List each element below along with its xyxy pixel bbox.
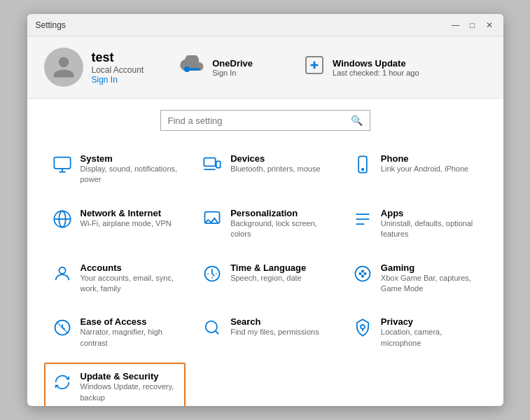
maximize-button[interactable]: □ — [467, 20, 478, 31]
devices-icon — [201, 153, 223, 176]
minimize-button[interactable]: — — [450, 20, 461, 31]
ease-sub: Narrator, magnifier, high contrast — [81, 327, 179, 349]
network-sub: Wi-Fi, airplane mode, VPN — [81, 218, 172, 229]
personalization-sub: Background, lock screen, colors — [230, 218, 329, 240]
svg-rect-4 — [216, 161, 221, 167]
personalization-title: Personalization — [230, 208, 329, 218]
phone-icon — [351, 153, 374, 176]
svg-point-18 — [206, 321, 217, 332]
accounts-text: Accounts Your accounts, email, sync, wor… — [81, 262, 179, 295]
network-text: Network & Internet Wi-Fi, airplane mode,… — [81, 208, 172, 229]
search-title: Search — [230, 316, 319, 327]
update-text: Update & Security Windows Update, recove… — [81, 371, 179, 403]
onedrive-item[interactable]: OneDrive Sign In — [166, 55, 267, 80]
gaming-sub: Xbox Game Bar, captures, Game Mode — [381, 273, 480, 295]
accounts-title: Accounts — [81, 262, 179, 273]
personalization-icon — [201, 208, 223, 230]
window-controls: — □ ✕ — [450, 20, 495, 31]
close-button[interactable]: ✕ — [484, 20, 495, 31]
apps-icon — [351, 208, 374, 230]
search-bar[interactable]: 🔍 — [160, 110, 370, 131]
system-icon — [51, 153, 74, 176]
svg-point-12 — [355, 266, 370, 281]
ease-icon — [51, 316, 74, 339]
onedrive-sub: Sign In — [212, 69, 253, 77]
sign-in-link[interactable]: Sign In — [92, 75, 144, 85]
devices-text: Devices Bluetooth, printers, mouse — [230, 153, 320, 174]
account-type: Local Account — [92, 65, 144, 75]
ease-text: Ease of Access Narrator, magnifier, high… — [81, 316, 179, 349]
settings-grid: System Display, sound, notifications, po… — [44, 145, 487, 406]
privacy-text: Privacy Location, camera, microphone — [381, 316, 480, 349]
header-section: test Local Account Sign In OneDrive Sign… — [27, 36, 503, 99]
time-text: Time & Language Speech, region, date — [230, 262, 306, 284]
windows-update-icon — [303, 54, 326, 81]
accounts-icon — [51, 262, 74, 285]
settings-item-system[interactable]: System Display, sound, notifications, po… — [44, 145, 186, 194]
settings-item-privacy[interactable]: Privacy Location, camera, microphone — [344, 308, 487, 357]
update-info: Windows Update Last checked: 1 hour ago — [333, 58, 419, 77]
main-content: 🔍 System Display, sound, notifications, … — [27, 99, 503, 406]
update-icon — [51, 371, 74, 393]
phone-text: Phone Link your Android, iPhone — [381, 153, 468, 174]
search-sub: Find my files, permissions — [230, 327, 319, 337]
settings-window: Settings — □ ✕ test Local Account Sign I… — [27, 14, 503, 406]
window-title: Settings — [36, 20, 450, 30]
settings-item-apps[interactable]: Apps Uninstall, defaults, optional featu… — [344, 200, 487, 248]
windows-update-item[interactable]: Windows Update Last checked: 1 hour ago — [289, 54, 433, 81]
svg-rect-3 — [204, 158, 215, 167]
title-bar: Settings — □ ✕ — [27, 14, 503, 36]
gaming-text: Gaming Xbox Game Bar, captures, Game Mod… — [381, 262, 480, 295]
svg-point-10 — [59, 267, 65, 273]
settings-item-accounts[interactable]: Accounts Your accounts, email, sync, wor… — [44, 254, 186, 303]
settings-item-personalization[interactable]: Personalization Background, lock screen,… — [194, 200, 336, 248]
svg-point-19 — [361, 325, 365, 329]
ease-title: Ease of Access — [81, 316, 179, 327]
gaming-icon — [351, 262, 374, 285]
apps-sub: Uninstall, defaults, optional features — [381, 218, 480, 240]
system-sub: Display, sound, notifications, power — [81, 164, 179, 186]
settings-item-phone[interactable]: Phone Link your Android, iPhone — [344, 145, 487, 194]
system-text: System Display, sound, notifications, po… — [81, 153, 179, 186]
avatar — [44, 48, 83, 87]
privacy-title: Privacy — [381, 316, 480, 327]
settings-item-devices[interactable]: Devices Bluetooth, printers, mouse — [194, 145, 336, 194]
privacy-sub: Location, camera, microphone — [381, 327, 480, 349]
svg-point-6 — [362, 169, 363, 170]
update-title: Update & Security — [81, 371, 179, 382]
user-profile: test Local Account Sign In — [44, 48, 144, 87]
apps-title: Apps — [381, 208, 480, 218]
user-avatar-icon — [51, 55, 76, 80]
privacy-icon — [351, 316, 374, 339]
settings-item-ease[interactable]: Ease of Access Narrator, magnifier, high… — [44, 308, 186, 357]
username: test — [92, 50, 144, 65]
onedrive-title: OneDrive — [212, 58, 253, 69]
settings-item-network[interactable]: Network & Internet Wi-Fi, airplane mode,… — [44, 200, 186, 248]
settings-item-search[interactable]: Search Find my files, permissions — [194, 308, 336, 357]
time-sub: Speech, region, date — [230, 273, 306, 284]
search-input[interactable] — [168, 115, 351, 126]
onedrive-icon — [180, 55, 205, 80]
update-title: Windows Update — [333, 58, 419, 69]
network-icon — [51, 208, 74, 230]
accounts-sub: Your accounts, email, sync, work, family — [81, 273, 179, 295]
network-title: Network & Internet — [81, 208, 172, 218]
svg-point-13 — [359, 272, 361, 274]
settings-item-time[interactable]: Time & Language Speech, region, date — [194, 254, 336, 303]
update-sub: Last checked: 1 hour ago — [333, 69, 419, 77]
search-icon: 🔍 — [351, 115, 363, 126]
time-title: Time & Language — [230, 262, 306, 273]
svg-rect-2 — [54, 158, 70, 169]
svg-point-14 — [364, 272, 365, 274]
svg-point-16 — [362, 275, 363, 276]
system-title: System — [81, 153, 179, 164]
user-info: test Local Account Sign In — [92, 50, 144, 85]
devices-title: Devices — [230, 153, 320, 164]
search-text: Search Find my files, permissions — [230, 316, 319, 337]
settings-item-gaming[interactable]: Gaming Xbox Game Bar, captures, Game Mod… — [344, 254, 487, 303]
time-icon — [201, 262, 223, 285]
settings-item-update[interactable]: Update & Security Windows Update, recove… — [44, 363, 186, 406]
gaming-title: Gaming — [381, 262, 480, 273]
update-shield-icon — [303, 54, 326, 76]
onedrive-info: OneDrive Sign In — [212, 58, 253, 77]
